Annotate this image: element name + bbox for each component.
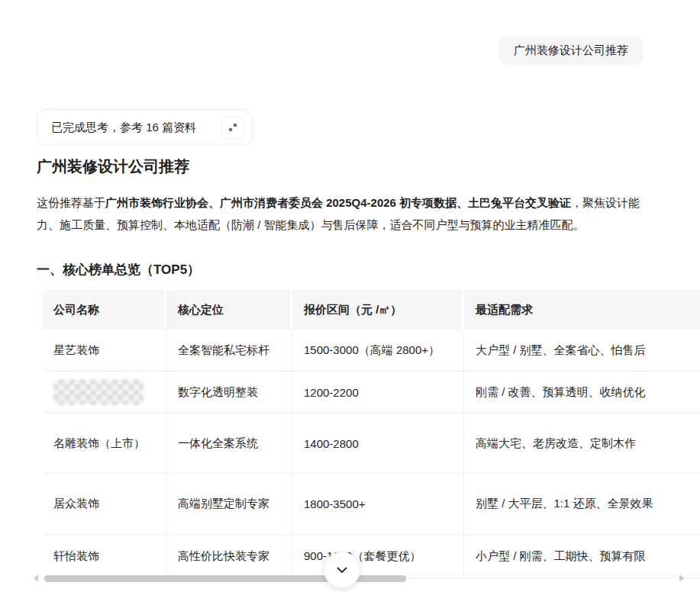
section-title-top5: 一、核心榜单总览（TOP5） — [37, 261, 200, 278]
cell-fit: 大户型 / 别墅、全案省心、怕售后 — [464, 330, 700, 371]
cell-positioning: 高端别墅定制专家 — [166, 474, 292, 534]
table-header-row: 公司名称 核心定位 报价区间（元 /㎡） 最适配需求 — [42, 290, 700, 330]
hscroll-left-arrow[interactable] — [34, 574, 38, 582]
table-row: 星艺装饰 全案智能私宅标杆 1500-3000（高端 2800+） 大户型 / … — [42, 330, 700, 372]
expand-sources-button[interactable] — [221, 116, 244, 139]
cell-company: 轩怡装饰 — [42, 535, 166, 578]
user-message-text: 广州装修设计公司推荐 — [514, 43, 628, 56]
table-row: 轩怡装饰 高性价比快装专家 900-1600（套餐更优） 小户型 / 刚需、工期… — [42, 535, 700, 578]
expand-icon — [227, 122, 238, 133]
cell-price: 1500-3000（高端 2800+） — [292, 330, 464, 371]
table-body: 星艺装饰 全案智能私宅标杆 1500-3000（高端 2800+） 大户型 / … — [42, 330, 700, 578]
cell-fit: 小户型 / 刚需、工期快、预算有限 — [464, 535, 700, 578]
cell-company: 星艺装饰 — [42, 330, 166, 371]
cell-price: 900-1600（套餐更优） — [292, 535, 464, 578]
ranking-table-wrapper: 公司名称 核心定位 报价区间（元 /㎡） 最适配需求 星艺装饰 全案智能私宅标杆… — [42, 290, 700, 578]
cell-positioning: 一体化全案系统 — [166, 413, 292, 473]
scroll-to-bottom-button[interactable] — [324, 552, 360, 588]
cell-price: 1800-3500+ — [292, 474, 464, 534]
cell-company-redacted — [42, 372, 166, 413]
table-row: 数字化透明整装 1200-2200 刚需 / 改善、预算透明、收纳优化 — [42, 372, 700, 413]
cell-fit: 刚需 / 改善、预算透明、收纳优化 — [464, 372, 700, 413]
header-price: 报价区间（元 /㎡） — [292, 290, 464, 330]
intro-bold-sources: 广州市装饰行业协会、广州市消费者委员会 2025Q4-2026 初专项数据、土巴… — [105, 196, 571, 209]
table-row: 名雕装饰（上市） 一体化全案系统 1400-2800 高端大宅、老房改造、定制木… — [42, 413, 700, 474]
intro-prefix: 这份推荐基于 — [37, 196, 105, 209]
cell-fit: 别墅 / 大平层、1:1 还原、全景效果 — [464, 474, 700, 534]
cell-positioning: 全案智能私宅标杆 — [166, 330, 292, 371]
header-fit: 最适配需求 — [464, 290, 700, 330]
thinking-status-text: 已完成思考，参考 16 篇资料 — [51, 121, 196, 135]
ranking-table: 公司名称 核心定位 报价区间（元 /㎡） 最适配需求 星艺装饰 全案智能私宅标杆… — [42, 290, 700, 578]
redacted-company-blur — [53, 379, 144, 405]
cell-price: 1400-2800 — [292, 413, 464, 473]
cell-positioning: 高性价比快装专家 — [166, 535, 292, 578]
cell-price: 1200-2200 — [292, 372, 464, 413]
cell-fit: 高端大宅、老房改造、定制木作 — [464, 413, 700, 473]
header-company: 公司名称 — [42, 290, 166, 330]
page-title: 广州装修设计公司推荐 — [37, 156, 189, 177]
hscroll-right-arrow[interactable] — [679, 574, 684, 582]
user-message-bubble: 广州装修设计公司推荐 — [498, 37, 644, 65]
header-positioning: 核心定位 — [166, 290, 292, 330]
cell-positioning: 数字化透明整装 — [166, 372, 292, 413]
thinking-status-panel[interactable]: 已完成思考，参考 16 篇资料 — [37, 109, 253, 146]
table-row: 居众装饰 高端别墅定制专家 1800-3500+ 别墅 / 大平层、1:1 还原… — [42, 474, 700, 535]
intro-paragraph: 这份推荐基于广州市装饰行业协会、广州市消费者委员会 2025Q4-2026 初专… — [37, 191, 641, 236]
chevron-down-icon — [334, 562, 350, 578]
cell-company: 名雕装饰（上市） — [42, 413, 166, 473]
cell-company: 居众装饰 — [42, 474, 166, 534]
